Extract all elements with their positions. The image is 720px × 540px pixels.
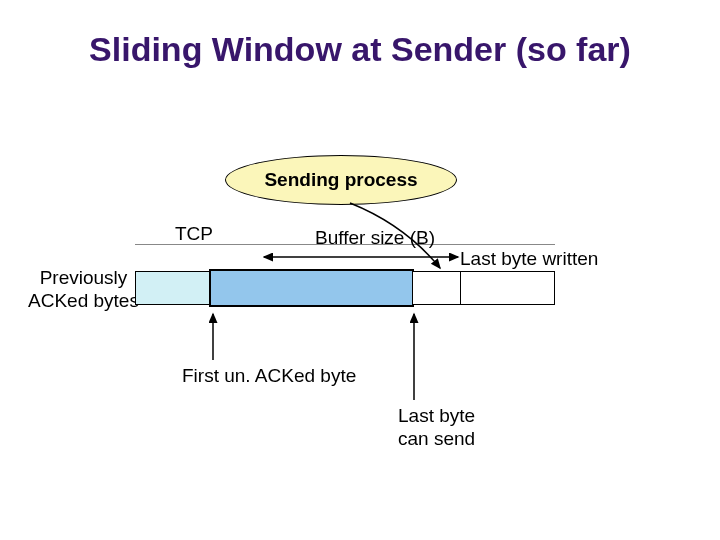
prev-acked-line2: ACKed bytes <box>28 290 139 311</box>
sending-process-label: Sending process <box>264 169 417 191</box>
last-cansend-line2: can send <box>398 428 475 449</box>
buffer-size-label: Buffer size (B) <box>315 227 435 249</box>
slide-title: Sliding Window at Sender (so far) <box>0 30 720 69</box>
buffer-rect-acked <box>135 271 210 305</box>
previously-acked-label: Previously ACKed bytes <box>28 267 139 313</box>
buffer-rect-written-extra <box>413 271 461 305</box>
tcp-label: TCP <box>175 223 213 245</box>
last-can-send-label: Last byte can send <box>398 405 475 451</box>
sending-process-oval: Sending process <box>225 155 457 205</box>
prev-acked-line1: Previously <box>40 267 128 288</box>
last-byte-written-label: Last byte written <box>460 248 598 270</box>
last-cansend-line1: Last byte <box>398 405 475 426</box>
buffer-rect-window <box>209 269 414 307</box>
first-unacked-label: First un. ACKed byte <box>182 365 356 387</box>
